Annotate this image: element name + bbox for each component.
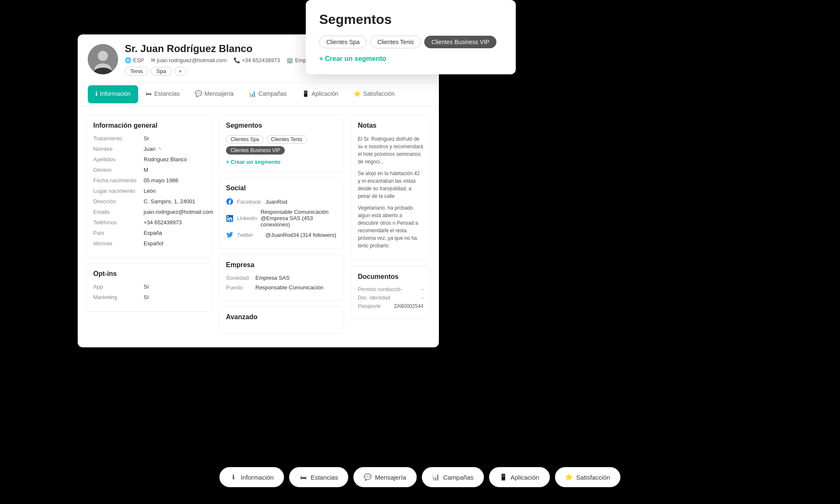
field-apellidos: Apellidos Rodríguez Blanco	[93, 156, 205, 163]
info-general-card: Información general Tratamiento Sr Nombr…	[86, 115, 212, 258]
segment-chips: Clientes Spa Clientes Tenis Clientes Bus…	[226, 135, 337, 155]
empresa-sociedad: Sociedad Empresa SAS	[226, 275, 337, 281]
opt-ins-card: Opt-ins App Sí Marketing Sí	[86, 263, 212, 312]
svg-point-1	[98, 51, 108, 61]
campaign-icon: 📊	[249, 90, 256, 97]
social-twitter: Twitter @JuanRod34 (314 followers)	[226, 231, 337, 239]
tab-campanas[interactable]: 📊 Campañas	[241, 85, 294, 103]
building-icon: 🏢	[286, 57, 293, 63]
right-column: Notas El Sr. Rodríguez disfrutó de su e …	[351, 115, 430, 324]
popup-chip-spa[interactable]: Clientes Spa	[319, 36, 367, 48]
twitter-value: @JuanRod34 (314 followers)	[265, 232, 336, 238]
campaign-icon: 📊	[432, 473, 440, 481]
social-card: Social Facebook JuanRod Linkedin Respons…	[219, 177, 344, 249]
edit-nombre-icon[interactable]: ✎	[158, 146, 162, 152]
bottom-btn-aplicacion[interactable]: 📱 Aplicación	[489, 467, 549, 487]
avatar	[88, 44, 118, 74]
tag-tenis[interactable]: Tenis	[125, 67, 148, 76]
bottom-btn-mensajeria[interactable]: 💬 Mensajería	[354, 467, 417, 487]
popup-create-segment[interactable]: + Crear un segmento	[319, 55, 502, 63]
linkedin-icon	[226, 215, 234, 222]
doc-permiso: Permiso conducció- -	[358, 286, 423, 292]
field-fecha-nacimiento: Fecha nacimiento 05 mayo 1986	[93, 177, 205, 184]
info-general-title: Información general	[93, 122, 205, 129]
empresa-title: Empresa	[226, 261, 337, 269]
linkedin-value: Responsable Comunicación @Empresa SAS (4…	[260, 209, 337, 228]
email-icon: ✉	[151, 57, 155, 63]
tag-add[interactable]: +	[174, 67, 187, 76]
empresa-card: Empresa Sociedad Empresa SAS Puesto Resp…	[219, 254, 344, 301]
avanzado-title: Avanzado	[226, 313, 337, 321]
bottom-btn-satisfaccion[interactable]: ⭐ Satisfacción	[555, 467, 621, 487]
create-segment-link[interactable]: + Crear un segmento	[226, 159, 337, 165]
social-linkedin: Linkedin Responsable Comunicación @Empre…	[226, 209, 337, 228]
popup-title: Segmentos	[319, 12, 502, 27]
tab-satisfaccion[interactable]: ⭐ Satisfacción	[346, 85, 402, 103]
message-icon: 💬	[364, 473, 372, 481]
bottom-btn-estancias[interactable]: 🛏 Estancias	[289, 467, 349, 487]
facebook-value: JuanRod	[265, 199, 287, 205]
doc-pasaporte: Pasaporte ZAB0002544	[358, 303, 423, 309]
segmentos-title: Segmentos	[226, 122, 337, 129]
tab-estancias[interactable]: 🛏 Estancias	[138, 85, 187, 103]
meta-email: ✉ juan.rodriguez@hotmail.com	[151, 57, 227, 63]
segmentos-card: Segmentos Clientes Spa Clientes Tenis Cl…	[219, 115, 344, 172]
avanzado-card: Avanzado	[219, 306, 344, 334]
chip-clientes-tenis[interactable]: Clientes Tenis	[266, 135, 307, 144]
globe-icon: 🌐	[125, 57, 131, 63]
content-area: Información general Tratamiento Sr Nombr…	[78, 106, 439, 347]
popup-chip-vip[interactable]: Clientes Business VIP	[424, 36, 496, 48]
popup-chips: Clientes Spa Clientes Tenis Clientes Bus…	[319, 36, 502, 48]
field-idiomas: Idiomas Español	[93, 240, 205, 247]
bottom-bar: ℹ Información 🛏 Estancias 💬 Mensajería 📊…	[219, 467, 620, 487]
field-app: App Sí	[93, 284, 205, 290]
tag-spa[interactable]: Spa	[151, 67, 171, 76]
field-nombre: Nombre Juan ✎	[93, 146, 205, 152]
facebook-label: Facebook	[237, 199, 262, 205]
twitter-icon	[226, 231, 234, 239]
notas-card: Notas El Sr. Rodríguez disfrutó de su e …	[351, 115, 430, 261]
tab-informacion[interactable]: ℹ Información	[88, 85, 138, 103]
star-icon: ⭐	[354, 90, 361, 97]
phone-icon: 📞	[234, 57, 240, 63]
notas-title: Notas	[358, 122, 423, 129]
field-genero: Género M	[93, 167, 205, 173]
opt-ins-title: Opt-ins	[93, 270, 205, 278]
popup-chip-tenis[interactable]: Clientes Tenis	[370, 36, 421, 48]
app-icon: 📱	[499, 473, 507, 481]
notas-text: El Sr. Rodríguez disfrutó de su e nosotr…	[358, 135, 423, 249]
documentos-title: Documentos	[358, 273, 423, 281]
bed-icon: 🛏	[146, 90, 152, 97]
middle-column: Segmentos Clientes Spa Clientes Tenis Cl…	[219, 115, 344, 339]
tab-mensajeria[interactable]: 💬 Mensajería	[187, 85, 241, 103]
field-telefonos: Teléfonos +34 652438973	[93, 219, 205, 226]
message-icon: 💬	[195, 90, 202, 97]
left-column: Información general Tratamiento Sr Nombr…	[86, 115, 212, 317]
info-icon: ℹ	[230, 473, 237, 481]
facebook-icon	[226, 198, 234, 205]
chip-clientes-business-vip[interactable]: Clientes Business VIP	[226, 146, 285, 155]
field-lugar-nacimiento: Lugar nacimiento León	[93, 188, 205, 194]
bed-icon: 🛏	[300, 473, 307, 481]
doc-identidad: Doc. identidad -	[358, 295, 423, 301]
chip-clientes-spa[interactable]: Clientes Spa	[226, 135, 264, 144]
field-marketing: Marketing Sí	[93, 294, 205, 300]
meta-phone: 📞 +34 652438973	[234, 57, 280, 63]
bottom-btn-informacion[interactable]: ℹ Información	[219, 467, 284, 487]
documentos-card: Documentos Permiso conducció- - Doc. ide…	[351, 266, 430, 319]
tab-aplicacion[interactable]: 📱 Aplicación	[294, 85, 346, 103]
segments-popup: Segmentos Clientes Spa Clientes Tenis Cl…	[306, 0, 516, 74]
field-pais: País España	[93, 230, 205, 236]
field-emails: Emails juan.rodriguez@hotmail.com	[93, 209, 205, 215]
social-facebook: Facebook JuanRod	[226, 198, 337, 205]
star-icon: ⭐	[565, 473, 573, 481]
meta-language: 🌐 ESP	[125, 57, 144, 63]
bottom-btn-campanas[interactable]: 📊 Campañas	[422, 467, 484, 487]
app-icon: 📱	[302, 90, 309, 97]
info-icon: ℹ	[95, 90, 97, 97]
linkedin-label: Linkedin	[237, 215, 257, 221]
empresa-puesto: Puesto Responsable Comunicación	[226, 284, 337, 291]
main-card: Sr. Juan Rodríguez Blanco 🌐 ESP ✉ juan.r…	[78, 34, 439, 347]
field-tratamiento: Tratamiento Sr	[93, 135, 205, 142]
nav-tabs: ℹ Información 🛏 Estancias 💬 Mensajería 📊…	[78, 83, 439, 106]
